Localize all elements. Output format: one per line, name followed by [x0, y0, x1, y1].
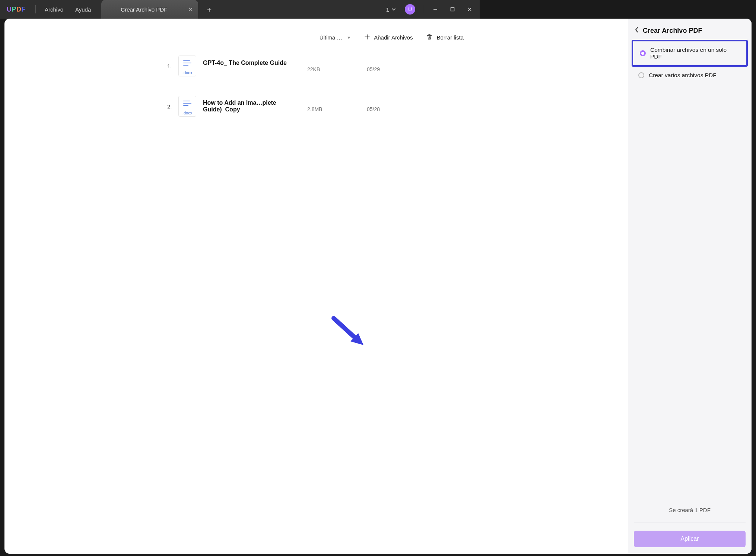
add-files-button[interactable]: Añadir Archivos [364, 34, 413, 41]
docx-file-icon: .docx [178, 96, 196, 117]
file-date: 05/29 [367, 60, 419, 72]
docx-file-icon: .docx [178, 56, 196, 76]
add-files-label: Añadir Archivos [374, 34, 413, 41]
file-size: 2.8MB [307, 99, 367, 112]
chevron-down-icon [391, 6, 396, 13]
file-name: How to Add an Ima…plete Guide)_Copy [203, 99, 307, 113]
sort-label: Última … [320, 34, 343, 41]
plus-icon [364, 34, 370, 41]
divider [35, 5, 36, 13]
row-number: 1. [167, 63, 178, 69]
menu-file[interactable]: Archivo [39, 6, 69, 13]
tab-title: Crear Archivo PDF [121, 6, 167, 13]
row-number: 2. [167, 103, 178, 110]
document-count: 1 [386, 6, 389, 13]
caret-down-icon: ▼ [347, 35, 351, 40]
file-name: GPT-4o_ The Complete Guide [203, 60, 307, 66]
file-list-panel: Última … ▼ Añadir Archivos Borrar lista [4, 19, 480, 353]
trash-icon [426, 34, 433, 41]
titlebar: UPDF Archivo Ayuda Crear Archivo PDF ✕ ＋… [0, 0, 480, 19]
document-count-dropdown[interactable]: 1 [382, 6, 400, 13]
window-close-button[interactable] [462, 0, 477, 19]
file-size: 22KB [307, 60, 367, 72]
tab-active[interactable]: Crear Archivo PDF ✕ [101, 0, 198, 19]
file-row[interactable]: 2. .docx How to Add an Ima…plete Guide)_… [160, 89, 473, 129]
file-toolbar: Última … ▼ Añadir Archivos Borrar lista [160, 29, 473, 49]
svg-rect-1 [451, 8, 454, 11]
content-area: Última … ▼ Añadir Archivos Borrar lista [4, 19, 480, 353]
file-row[interactable]: 1. .docx GPT-4o_ The Complete Guide 22KB… [160, 49, 473, 89]
app-logo: UPDF [0, 6, 32, 13]
sort-dropdown[interactable]: Última … ▼ [320, 34, 351, 41]
window-maximize-button[interactable] [445, 0, 460, 19]
titlebar-right: 1 U [382, 0, 480, 19]
file-date: 05/28 [367, 99, 419, 112]
clear-list-button[interactable]: Borrar lista [426, 34, 464, 41]
menu-help[interactable]: Ayuda [69, 6, 97, 13]
file-ext: .docx [182, 111, 192, 115]
new-tab-button[interactable]: ＋ [206, 4, 213, 15]
avatar[interactable]: U [405, 4, 415, 15]
window-minimize-button[interactable] [428, 0, 443, 19]
divider [423, 5, 423, 13]
file-ext: .docx [182, 70, 192, 75]
clear-list-label: Borrar lista [436, 34, 464, 41]
close-icon[interactable]: ✕ [188, 6, 193, 13]
